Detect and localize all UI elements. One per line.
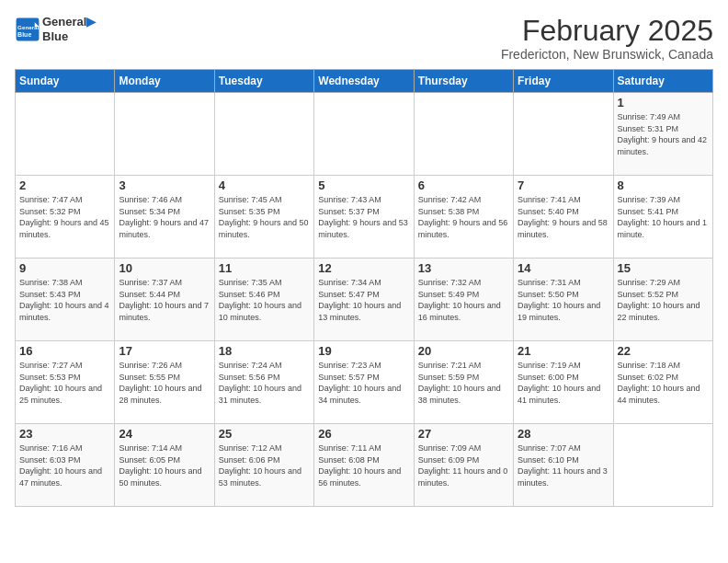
calendar-cell: 25Sunrise: 7:12 AM Sunset: 6:06 PM Dayli… (214, 424, 313, 507)
day-info: Sunrise: 7:46 AM Sunset: 5:34 PM Dayligh… (119, 194, 210, 240)
calendar-cell: 23Sunrise: 7:16 AM Sunset: 6:03 PM Dayli… (16, 424, 115, 507)
calendar-table: SundayMondayTuesdayWednesdayThursdayFrid… (15, 69, 713, 507)
subtitle: Fredericton, New Brunswick, Canada (501, 47, 713, 62)
calendar-week-row: 2Sunrise: 7:47 AM Sunset: 5:32 PM Daylig… (16, 176, 713, 259)
day-info: Sunrise: 7:12 AM Sunset: 6:06 PM Dayligh… (219, 442, 310, 488)
day-number: 8 (618, 178, 709, 192)
day-of-week-header: Monday (115, 70, 214, 93)
day-number: 1 (618, 96, 709, 109)
day-info: Sunrise: 7:29 AM Sunset: 5:52 PM Dayligh… (618, 277, 709, 323)
day-number: 13 (418, 261, 509, 275)
day-info: Sunrise: 7:14 AM Sunset: 6:05 PM Dayligh… (119, 442, 210, 488)
day-info: Sunrise: 7:41 AM Sunset: 5:40 PM Dayligh… (518, 194, 609, 240)
calendar-cell (214, 93, 313, 176)
day-info: Sunrise: 7:27 AM Sunset: 5:53 PM Dayligh… (19, 360, 110, 406)
day-info: Sunrise: 7:32 AM Sunset: 5:49 PM Dayligh… (418, 277, 509, 323)
calendar-cell: 8Sunrise: 7:39 AM Sunset: 5:41 PM Daylig… (613, 176, 712, 259)
calendar-cell: 13Sunrise: 7:32 AM Sunset: 5:49 PM Dayli… (414, 259, 513, 341)
day-number: 23 (19, 427, 110, 441)
day-number: 3 (119, 178, 210, 192)
day-info: Sunrise: 7:34 AM Sunset: 5:47 PM Dayligh… (318, 277, 409, 323)
day-info: Sunrise: 7:43 AM Sunset: 5:37 PM Dayligh… (318, 194, 409, 240)
calendar-cell: 11Sunrise: 7:35 AM Sunset: 5:46 PM Dayli… (214, 259, 313, 341)
day-info: Sunrise: 7:23 AM Sunset: 5:57 PM Dayligh… (318, 360, 409, 406)
calendar-cell: 19Sunrise: 7:23 AM Sunset: 5:57 PM Dayli… (314, 341, 414, 424)
day-number: 10 (119, 261, 210, 275)
logo: General Blue General▶ Blue (15, 15, 96, 43)
day-number: 27 (418, 427, 509, 441)
day-of-week-header: Thursday (414, 70, 513, 93)
calendar-cell: 1Sunrise: 7:49 AM Sunset: 5:31 PM Daylig… (613, 93, 712, 176)
calendar-week-row: 23Sunrise: 7:16 AM Sunset: 6:03 PM Dayli… (16, 424, 713, 507)
day-info: Sunrise: 7:31 AM Sunset: 5:50 PM Dayligh… (518, 277, 609, 323)
day-info: Sunrise: 7:47 AM Sunset: 5:32 PM Dayligh… (19, 194, 110, 240)
day-info: Sunrise: 7:19 AM Sunset: 6:00 PM Dayligh… (518, 360, 609, 406)
day-number: 7 (518, 178, 609, 192)
logo-text: General▶ Blue (42, 15, 96, 43)
calendar-week-row: 16Sunrise: 7:27 AM Sunset: 5:53 PM Dayli… (16, 341, 713, 424)
calendar-cell: 15Sunrise: 7:29 AM Sunset: 5:52 PM Dayli… (613, 259, 712, 341)
calendar-cell (414, 93, 513, 176)
calendar-cell: 2Sunrise: 7:47 AM Sunset: 5:32 PM Daylig… (16, 176, 115, 259)
day-of-week-header: Tuesday (214, 70, 313, 93)
day-info: Sunrise: 7:37 AM Sunset: 5:44 PM Dayligh… (119, 277, 210, 323)
calendar-cell: 7Sunrise: 7:41 AM Sunset: 5:40 PM Daylig… (514, 176, 613, 259)
day-number: 21 (518, 344, 609, 358)
day-info: Sunrise: 7:42 AM Sunset: 5:38 PM Dayligh… (418, 194, 509, 240)
calendar-cell (314, 93, 414, 176)
calendar-cell: 20Sunrise: 7:21 AM Sunset: 5:59 PM Dayli… (414, 341, 513, 424)
day-number: 4 (219, 178, 310, 192)
calendar-cell: 26Sunrise: 7:11 AM Sunset: 6:08 PM Dayli… (314, 424, 414, 507)
page-header: General Blue General▶ Blue February 2025… (15, 15, 713, 62)
day-info: Sunrise: 7:35 AM Sunset: 5:46 PM Dayligh… (219, 277, 310, 323)
calendar-cell: 9Sunrise: 7:38 AM Sunset: 5:43 PM Daylig… (16, 259, 115, 341)
day-info: Sunrise: 7:38 AM Sunset: 5:43 PM Dayligh… (19, 277, 110, 323)
calendar-cell: 28Sunrise: 7:07 AM Sunset: 6:10 PM Dayli… (514, 424, 613, 507)
svg-text:Blue: Blue (17, 30, 31, 37)
day-info: Sunrise: 7:26 AM Sunset: 5:55 PM Dayligh… (119, 360, 210, 406)
calendar-cell (514, 93, 613, 176)
logo-icon: General Blue (15, 17, 40, 42)
day-info: Sunrise: 7:39 AM Sunset: 5:41 PM Dayligh… (618, 194, 709, 240)
calendar-cell (115, 93, 214, 176)
calendar-cell: 24Sunrise: 7:14 AM Sunset: 6:05 PM Dayli… (115, 424, 214, 507)
day-number: 2 (19, 178, 110, 192)
calendar-cell: 4Sunrise: 7:45 AM Sunset: 5:35 PM Daylig… (214, 176, 313, 259)
day-info: Sunrise: 7:07 AM Sunset: 6:10 PM Dayligh… (518, 442, 609, 488)
day-number: 24 (119, 427, 210, 441)
calendar-cell: 21Sunrise: 7:19 AM Sunset: 6:00 PM Dayli… (514, 341, 613, 424)
title-block: February 2025 Fredericton, New Brunswick… (501, 15, 713, 62)
day-number: 20 (418, 344, 509, 358)
calendar-cell: 14Sunrise: 7:31 AM Sunset: 5:50 PM Dayli… (514, 259, 613, 341)
calendar-cell: 16Sunrise: 7:27 AM Sunset: 5:53 PM Dayli… (16, 341, 115, 424)
day-of-week-header: Saturday (613, 70, 712, 93)
day-info: Sunrise: 7:16 AM Sunset: 6:03 PM Dayligh… (19, 442, 110, 488)
calendar-cell: 18Sunrise: 7:24 AM Sunset: 5:56 PM Dayli… (214, 341, 313, 424)
day-number: 11 (219, 261, 310, 275)
calendar-cell: 6Sunrise: 7:42 AM Sunset: 5:38 PM Daylig… (414, 176, 513, 259)
day-of-week-header: Sunday (16, 70, 115, 93)
day-info: Sunrise: 7:11 AM Sunset: 6:08 PM Dayligh… (318, 442, 409, 488)
calendar-body: 1Sunrise: 7:49 AM Sunset: 5:31 PM Daylig… (16, 93, 713, 507)
calendar-cell: 5Sunrise: 7:43 AM Sunset: 5:37 PM Daylig… (314, 176, 414, 259)
calendar-cell: 27Sunrise: 7:09 AM Sunset: 6:09 PM Dayli… (414, 424, 513, 507)
day-info: Sunrise: 7:21 AM Sunset: 5:59 PM Dayligh… (418, 360, 509, 406)
day-number: 25 (219, 427, 310, 441)
day-number: 16 (19, 344, 110, 358)
day-number: 22 (618, 344, 709, 358)
calendar-cell: 17Sunrise: 7:26 AM Sunset: 5:55 PM Dayli… (115, 341, 214, 424)
day-info: Sunrise: 7:49 AM Sunset: 5:31 PM Dayligh… (618, 111, 709, 157)
day-number: 17 (119, 344, 210, 358)
calendar-cell: 3Sunrise: 7:46 AM Sunset: 5:34 PM Daylig… (115, 176, 214, 259)
day-info: Sunrise: 7:09 AM Sunset: 6:09 PM Dayligh… (418, 442, 509, 488)
day-number: 18 (219, 344, 310, 358)
calendar-cell: 22Sunrise: 7:18 AM Sunset: 6:02 PM Dayli… (613, 341, 712, 424)
day-number: 9 (19, 261, 110, 275)
calendar-cell: 10Sunrise: 7:37 AM Sunset: 5:44 PM Dayli… (115, 259, 214, 341)
day-of-week-header: Wednesday (314, 70, 414, 93)
day-number: 26 (318, 427, 409, 441)
main-title: February 2025 (501, 15, 713, 47)
day-number: 19 (318, 344, 409, 358)
day-number: 28 (518, 427, 609, 441)
calendar-cell: 12Sunrise: 7:34 AM Sunset: 5:47 PM Dayli… (314, 259, 414, 341)
